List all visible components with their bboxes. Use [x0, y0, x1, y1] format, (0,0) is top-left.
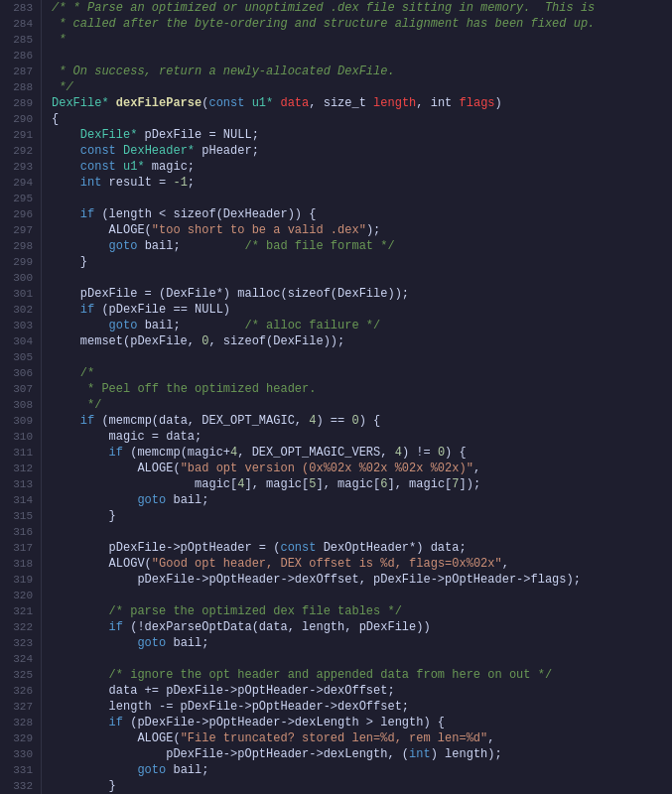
code-line: pDexFile->pOptHeader = (const DexOptHead… — [52, 540, 672, 556]
code-line: magic[4], magic[5], magic[6], magic[7]); — [52, 476, 672, 492]
line-number: 291 — [0, 127, 33, 143]
code-line: data += pDexFile->pOptHeader->dexOffset; — [52, 683, 672, 699]
code-line — [52, 349, 672, 365]
line-number: 315 — [0, 508, 33, 524]
line-number: 287 — [0, 64, 33, 79]
code-line: const DexHeader* pHeader; — [52, 143, 672, 159]
code-line: if (pDexFile->pOptHeader->dexLength > le… — [52, 715, 672, 730]
code-line: goto bail; /* bad file format */ — [52, 238, 672, 254]
code-line — [52, 191, 672, 206]
code-line: ALOGV("Good opt header, DEX offset is %d… — [52, 556, 672, 572]
code-line: } — [52, 508, 672, 524]
code-line — [52, 588, 672, 603]
line-number: 283 — [0, 0, 33, 16]
code-line: */ — [52, 397, 672, 413]
code-line: /* — [52, 365, 672, 381]
line-number: 311 — [0, 445, 33, 461]
code-line — [52, 651, 672, 667]
line-number: 317 — [0, 540, 33, 556]
line-number: 324 — [0, 651, 33, 667]
line-number: 322 — [0, 619, 33, 635]
line-number: 331 — [0, 762, 33, 778]
code-line: const u1* magic; — [52, 159, 672, 175]
code-line: pDexFile = (DexFile*) malloc(sizeof(DexF… — [52, 286, 672, 302]
code-line: goto bail; /* alloc failure */ — [52, 318, 672, 333]
code-line: if (memcmp(magic+4, DEX_OPT_MAGIC_VERS, … — [52, 445, 672, 461]
line-number: 285 — [0, 32, 33, 48]
line-number: 299 — [0, 254, 33, 270]
code-line: DexFile* pDexFile = NULL; — [52, 127, 672, 143]
line-number: 295 — [0, 191, 33, 206]
line-number: 302 — [0, 302, 33, 318]
line-number: 294 — [0, 175, 33, 191]
line-number: 320 — [0, 588, 33, 603]
code-line: * Peel off the optimized header. — [52, 381, 672, 397]
line-number: 328 — [0, 715, 33, 730]
line-number: 313 — [0, 476, 33, 492]
line-number: 307 — [0, 381, 33, 397]
code-line: * called after the byte-ordering and str… — [52, 16, 672, 32]
line-number: 304 — [0, 333, 33, 349]
line-number: 298 — [0, 238, 33, 254]
line-number: 316 — [0, 524, 33, 540]
line-number: 325 — [0, 667, 33, 683]
line-number: 303 — [0, 318, 33, 333]
line-number: 300 — [0, 270, 33, 286]
code-content[interactable]: /* * Parse an optimized or unoptimized .… — [42, 0, 672, 794]
line-number: 312 — [0, 461, 33, 476]
line-number: 288 — [0, 79, 33, 95]
line-number: 297 — [0, 222, 33, 238]
code-line: memset(pDexFile, 0, sizeof(DexFile)); — [52, 333, 672, 349]
line-number: 332 — [0, 778, 33, 794]
line-number: 326 — [0, 683, 33, 699]
code-line: if (memcmp(data, DEX_OPT_MAGIC, 4) == 0)… — [52, 413, 672, 429]
code-line — [52, 524, 672, 540]
code-line: magic = data; — [52, 429, 672, 445]
line-number: 330 — [0, 746, 33, 762]
code-line: if (!dexParseOptData(data, length, pDexF… — [52, 619, 672, 635]
code-line: } — [52, 254, 672, 270]
code-line: /* parse the optimized dex file tables *… — [52, 603, 672, 619]
code-line: * On success, return a newly-allocated D… — [52, 64, 672, 79]
code-line: pDexFile->pOptHeader->dexOffset, pDexFil… — [52, 572, 672, 588]
code-line: goto bail; — [52, 635, 672, 651]
code-line: * — [52, 32, 672, 48]
line-number: 284 — [0, 16, 33, 32]
line-number: 290 — [0, 111, 33, 127]
code-line: length -= pDexFile->pOptHeader->dexOffse… — [52, 699, 672, 715]
line-number: 289 — [0, 95, 33, 111]
code-line: ALOGE("File truncated? stored len=%d, re… — [52, 730, 672, 746]
line-number: 286 — [0, 48, 33, 64]
code-line: */ — [52, 79, 672, 95]
line-number: 319 — [0, 572, 33, 588]
line-number: 308 — [0, 397, 33, 413]
line-number: 327 — [0, 699, 33, 715]
code-line: /* ignore the opt header and appended da… — [52, 667, 672, 683]
code-line: ALOGE("too short to be a valid .dex"); — [52, 222, 672, 238]
line-number: 329 — [0, 730, 33, 746]
code-line: goto bail; — [52, 492, 672, 508]
code-line — [52, 48, 672, 64]
line-number: 314 — [0, 492, 33, 508]
line-number: 296 — [0, 206, 33, 222]
line-number: 323 — [0, 635, 33, 651]
line-number: 292 — [0, 143, 33, 159]
code-line: if (length < sizeof(DexHeader)) { — [52, 206, 672, 222]
line-number: 309 — [0, 413, 33, 429]
line-number: 318 — [0, 556, 33, 572]
code-line: } — [52, 778, 672, 794]
line-number: 293 — [0, 159, 33, 175]
code-line: int result = -1; — [52, 175, 672, 191]
line-number-gutter: 2832842852862872882892902912922932942952… — [0, 0, 42, 794]
code-line — [52, 270, 672, 286]
line-number: 310 — [0, 429, 33, 445]
code-line: ALOGE("bad opt version (0x%02x %02x %02x… — [52, 461, 672, 476]
code-line: /* * Parse an optimized or unoptimized .… — [52, 0, 672, 16]
code-line: goto bail; — [52, 762, 672, 778]
code-line: pDexFile->pOptHeader->dexLength, (int) l… — [52, 746, 672, 762]
code-line: DexFile* dexFileParse(const u1* data, si… — [52, 95, 672, 111]
line-number: 306 — [0, 365, 33, 381]
line-number: 321 — [0, 603, 33, 619]
code-line: if (pDexFile == NULL) — [52, 302, 672, 318]
code-line: { — [52, 111, 672, 127]
